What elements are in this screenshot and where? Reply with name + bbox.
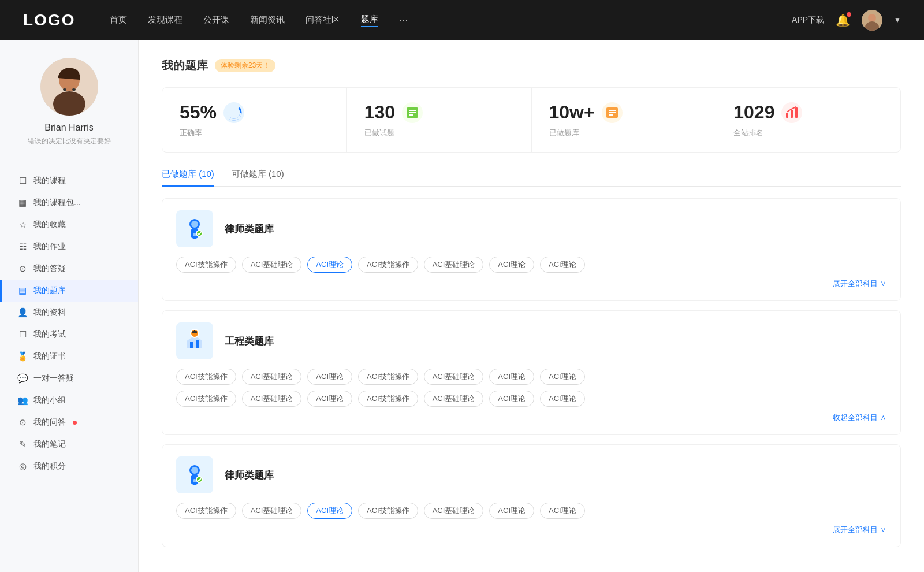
user-name: Brian Harris: [44, 122, 93, 133]
sidebar-item-points[interactable]: ◎ 我的积分: [0, 455, 138, 477]
nav-qa[interactable]: 问答社区: [305, 14, 340, 27]
svg-point-9: [227, 106, 241, 120]
tag-lawyer2-4[interactable]: ACI基础理论: [424, 503, 484, 519]
sidebar-item-certificate[interactable]: 🏅 我的证书: [0, 346, 138, 367]
nav-opencourse[interactable]: 公开课: [203, 14, 229, 27]
sidebar-item-homework[interactable]: ☷ 我的作业: [0, 236, 138, 258]
sidebar-item-exam[interactable]: ☐ 我的考试: [0, 324, 138, 346]
nav-discover[interactable]: 发现课程: [148, 14, 182, 27]
tag-eng-r2-1[interactable]: ACI基础理论: [242, 391, 302, 407]
qbank-icon-lawyer: [176, 210, 213, 247]
sidebar-item-favorites[interactable]: ☆ 我的收藏: [0, 214, 138, 236]
certificate-icon: 🏅: [17, 351, 28, 362]
sidebar-item-qbank[interactable]: ▤ 我的题库: [0, 280, 138, 302]
tag-lawyer1-1[interactable]: ACI基础理论: [242, 257, 302, 273]
tag-eng-r2-0[interactable]: ACI技能操作: [176, 391, 236, 407]
tag-lawyer1-5[interactable]: ACI理论: [489, 257, 534, 273]
svg-point-5: [53, 91, 85, 116]
expand-lawyer2-button[interactable]: 展开全部科目 ∨: [833, 525, 886, 535]
tag-eng-r2-4[interactable]: ACI基础理论: [424, 391, 484, 407]
expand-lawyer1-button[interactable]: 展开全部科目 ∨: [833, 278, 886, 289]
tag-lawyer2-2[interactable]: ACI理论: [307, 503, 352, 519]
tag-lawyer2-6[interactable]: ACI理论: [540, 503, 585, 519]
navbar-right: APP下载 🔔 ▼: [792, 10, 901, 31]
sidebar-item-notes[interactable]: ✎ 我的笔记: [0, 433, 138, 455]
group-icon: 👥: [17, 395, 28, 406]
qbank-icon-lawyer-2: [176, 456, 213, 493]
tag-lawyer1-2[interactable]: ACI理论: [307, 257, 352, 273]
stat-accuracy: 55% 正确率: [162, 88, 347, 152]
user-dropdown-arrow[interactable]: ▼: [894, 16, 901, 24]
sidebar-item-ask[interactable]: ⊙ 我的答疑: [0, 258, 138, 280]
tag-eng-r2-3[interactable]: ACI技能操作: [358, 391, 418, 407]
qbank-title-lawyer-2: 律师类题库: [225, 469, 274, 482]
user-avatar-nav[interactable]: [862, 10, 882, 31]
tag-eng-r1-6[interactable]: ACI理论: [540, 369, 585, 385]
sidebar-item-group[interactable]: 👥 我的小组: [0, 389, 138, 411]
tag-eng-r1-5[interactable]: ACI理论: [489, 369, 534, 385]
qbank-title-engineer: 工程类题库: [225, 335, 274, 348]
tag-eng-r1-0[interactable]: ACI技能操作: [176, 369, 236, 385]
sidebar-item-course[interactable]: ☐ 我的课程: [0, 170, 138, 192]
tag-lawyer1-6[interactable]: ACI理论: [540, 257, 585, 273]
svg-point-6: [63, 88, 66, 91]
notification-bell[interactable]: 🔔: [836, 13, 850, 27]
stat-done-questions-top: 130: [364, 102, 514, 123]
svg-rect-19: [791, 110, 793, 118]
tag-lawyer1-0[interactable]: ACI技能操作: [176, 257, 236, 273]
profile-icon: 👤: [17, 307, 28, 318]
homework-icon: ☷: [17, 242, 28, 252]
tag-eng-r1-2[interactable]: ACI理论: [307, 369, 352, 385]
nav-menu: 首页 发现课程 公开课 新闻资讯 问答社区 题库 ···: [110, 14, 792, 27]
app-download-button[interactable]: APP下载: [792, 15, 824, 25]
stat-done-banks-label: 已做题库: [549, 128, 699, 138]
stat-done-questions-icon: [402, 102, 423, 123]
sidebar-item-course-package[interactable]: ▦ 我的课程包...: [0, 192, 138, 214]
points-icon: ◎: [17, 461, 28, 471]
stat-done-questions-label: 已做试题: [364, 128, 514, 138]
tab-available-banks[interactable]: 可做题库 (10): [232, 169, 284, 187]
svg-point-7: [72, 88, 76, 91]
sidebar-item-profile[interactable]: 👤 我的资料: [0, 302, 138, 324]
sidebar-item-tutor[interactable]: 💬 一对一答疑: [0, 367, 138, 389]
notification-dot: [847, 12, 851, 17]
tag-eng-r2-5[interactable]: ACI理论: [489, 391, 534, 407]
page-title: 我的题库: [162, 58, 208, 73]
stat-accuracy-value: 55%: [180, 102, 217, 123]
tag-lawyer1-3[interactable]: ACI技能操作: [358, 257, 418, 273]
qbank-tags-engineer-row1: ACI技能操作 ACI基础理论 ACI理论 ACI技能操作 ACI基础理论 AC…: [176, 369, 886, 385]
tag-lawyer2-5[interactable]: ACI理论: [489, 503, 534, 519]
qbank-tags-lawyer-2: ACI技能操作 ACI基础理论 ACI理论 ACI技能操作 ACI基础理论 AC…: [176, 503, 886, 519]
stat-done-banks-value: 10w+: [549, 102, 595, 123]
sidebar-menu: ☐ 我的课程 ▦ 我的课程包... ☆ 我的收藏 ☷ 我的作业 ⊙ 我的答疑 ▤…: [0, 164, 138, 483]
qbank-header-lawyer-2: 律师类题库: [176, 456, 886, 493]
myqa-icon: ⊙: [17, 417, 28, 428]
tag-lawyer2-1[interactable]: ACI基础理论: [242, 503, 302, 519]
stats-row: 55% 正确率 130: [162, 87, 901, 153]
user-motto: 错误的决定比没有决定要好: [28, 136, 111, 146]
stat-done-banks: 10w+ 已做题库: [532, 88, 717, 152]
qbank-card-lawyer-2: 律师类题库 ACI技能操作 ACI基础理论 ACI理论 ACI技能操作 ACI基…: [162, 444, 901, 547]
svg-rect-20: [795, 107, 798, 118]
qbank-header-engineer: 工程类题库: [176, 322, 886, 359]
sidebar-profile: Brian Harris 错误的决定比没有决定要好: [0, 58, 138, 158]
tag-lawyer2-0[interactable]: ACI技能操作: [176, 503, 236, 519]
avatar: [40, 58, 98, 116]
nav-qbank[interactable]: 题库: [361, 14, 378, 27]
nav-home[interactable]: 首页: [110, 14, 127, 27]
tag-eng-r1-4[interactable]: ACI基础理论: [424, 369, 484, 385]
tag-lawyer1-4[interactable]: ACI基础理论: [424, 257, 484, 273]
tag-lawyer2-3[interactable]: ACI技能操作: [358, 503, 418, 519]
nav-news[interactable]: 新闻资讯: [250, 14, 285, 27]
tag-eng-r1-3[interactable]: ACI技能操作: [358, 369, 418, 385]
nav-more[interactable]: ···: [399, 14, 408, 27]
course-package-icon: ▦: [17, 198, 28, 208]
tag-eng-r1-1[interactable]: ACI基础理论: [242, 369, 302, 385]
stat-rank-icon: [781, 102, 802, 123]
collapse-engineer-button[interactable]: 收起全部科目 ∧: [833, 413, 886, 423]
tag-eng-r2-6[interactable]: ACI理论: [540, 391, 585, 407]
tag-eng-r2-2[interactable]: ACI理论: [307, 391, 352, 407]
sidebar-item-myqa[interactable]: ⊙ 我的问答: [0, 411, 138, 433]
svg-point-22: [191, 221, 198, 228]
tab-done-banks[interactable]: 已做题库 (10): [162, 169, 214, 187]
